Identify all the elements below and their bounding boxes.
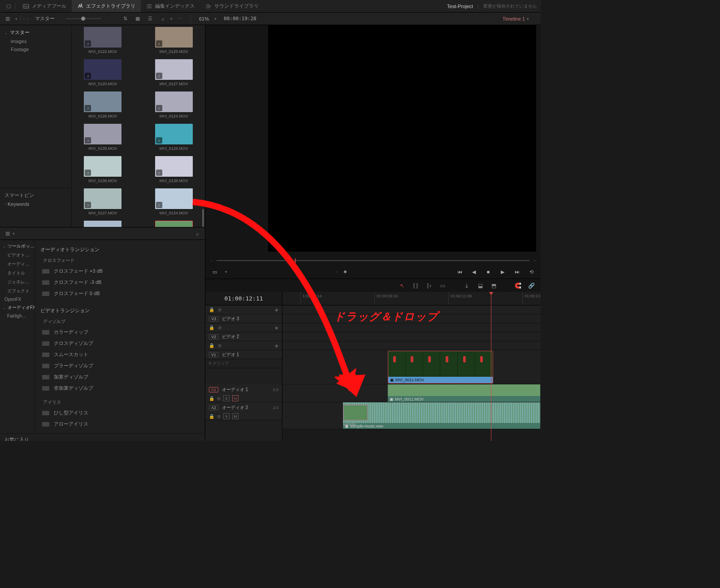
bin-images[interactable]: images: [0, 37, 71, 45]
fx-search-input[interactable]: [17, 230, 190, 237]
trim-tool-icon[interactable]: ⟦⟧: [412, 282, 420, 290]
smartbin-keywords[interactable]: › Keywords: [0, 200, 71, 208]
media-clip[interactable]: ♪MVI_0127.MOV: [147, 59, 201, 86]
fx-tree-item[interactable]: OpenFX: [0, 296, 35, 303]
media-clip[interactable]: ♪MVI_0126.MOV: [76, 91, 130, 118]
disable-icon[interactable]: ⊘: [218, 307, 221, 312]
panel-layout-icon[interactable]: ▥: [3, 14, 13, 24]
fx-tree-item[interactable]: ジェネレ…: [0, 278, 35, 287]
scrub-head[interactable]: [295, 258, 296, 263]
disable-icon[interactable]: ⊘: [218, 343, 221, 348]
tab-edit-index[interactable]: 編集インデックス: [141, 0, 200, 12]
insert-icon[interactable]: ⤓: [463, 282, 471, 290]
bin-root[interactable]: ⌄ マスター: [0, 28, 71, 37]
solo-button[interactable]: S: [223, 413, 230, 419]
bin-footage[interactable]: Footage: [0, 45, 71, 53]
media-clip[interactable]: ♪MVI_0120.MOV: [76, 59, 130, 86]
audio-clip-dropped[interactable]: ▣sample-music.wav: [343, 402, 540, 429]
link-icon[interactable]: 🔗: [527, 282, 535, 290]
timeline-ruler[interactable]: 1:00:07:1401:00:09:1001:00:11:0601:00:13: [282, 292, 541, 305]
fx-item[interactable]: カラーディップ: [40, 327, 200, 338]
tab-effects-library[interactable]: エフェクトライブラリ: [72, 0, 141, 12]
grid-view-icon[interactable]: ▦: [133, 14, 143, 24]
panel-layout-icon[interactable]: ▥: [3, 229, 13, 239]
thumb-size-slider[interactable]: [65, 18, 101, 19]
fx-item[interactable]: クロスフェード 0 dB: [40, 288, 200, 299]
selection-tool-icon[interactable]: ↖: [398, 282, 406, 290]
mute-button[interactable]: M: [232, 413, 239, 419]
fx-tree-item[interactable]: エフェクト: [0, 287, 35, 296]
loop-icon[interactable]: ⟲: [527, 268, 535, 276]
media-clip[interactable]: ♪MVI_0122.MOV: [76, 27, 130, 54]
chevron-down-icon[interactable]: ▾: [15, 17, 17, 21]
audio-clip-linked[interactable]: ▣MVI_0011.MOV: [388, 384, 540, 402]
fx-item[interactable]: スムースカット: [40, 349, 200, 360]
play-icon[interactable]: ▶: [499, 268, 507, 276]
lock-icon[interactable]: 🔒: [209, 307, 214, 312]
next-mark-icon[interactable]: ›: [534, 258, 535, 263]
zoom-value[interactable]: 61%: [199, 16, 209, 22]
breadcrumb[interactable]: マスター: [31, 15, 58, 22]
snap-icon[interactable]: 🧲: [514, 282, 522, 290]
lane-a2[interactable]: ▣sample-music.wav sample…: [282, 402, 541, 429]
fx-tree-item[interactable]: タイトル: [0, 269, 35, 278]
disable-icon[interactable]: ⊘: [217, 396, 221, 401]
search-icon[interactable]: ⌕: [158, 14, 168, 24]
more-icon[interactable]: ⋯: [175, 14, 185, 24]
fx-item[interactable]: ひし型アイリス: [40, 407, 200, 418]
marker-icon[interactable]: ◈: [275, 307, 278, 312]
media-clip[interactable]: ♪MVI_0134.MOV: [147, 188, 201, 215]
media-clip[interactable]: ♪MVI_0137.MOV: [76, 188, 130, 215]
fx-tree-audiofx[interactable]: ⌄オーディオFX: [0, 303, 35, 312]
play-reverse-icon[interactable]: ◀: [470, 268, 478, 276]
timeline-canvas[interactable]: 1:00:07:1401:00:09:1001:00:11:0601:00:13…: [282, 292, 541, 441]
lane-v1[interactable]: ▣MVI_0011.MOV: [282, 350, 541, 384]
track-head-a1[interactable]: A1 オーディオ 1 2.0 🔒 ⊘ S M: [205, 384, 282, 402]
lock-icon[interactable]: 🔒: [209, 343, 214, 348]
fx-item[interactable]: クロスフェード -3 dB: [40, 277, 200, 288]
fx-item[interactable]: クロスフェード +3 dB: [40, 266, 200, 277]
prev-mark-icon[interactable]: ‹: [211, 258, 212, 263]
fx-tree-toolbox[interactable]: ⌄ツールボッ…: [0, 242, 35, 251]
media-clip[interactable]: ♪MVI_0138.MOV: [147, 156, 201, 183]
blade-tool-icon[interactable]: ▭: [438, 282, 447, 290]
track-head-v3[interactable]: V3 ビデオ 3: [205, 314, 282, 323]
tab-sound-library[interactable]: サウンドライブラリ: [200, 0, 264, 12]
last-frame-icon[interactable]: ⏭: [513, 268, 521, 276]
track-head-a2[interactable]: A2 オーディオ 2 2.0 🔒 ⊘ S M: [205, 402, 282, 420]
viewer[interactable]: [268, 25, 536, 252]
fx-tree-item[interactable]: オーディ…: [0, 260, 35, 269]
media-clip[interactable]: ♪sample-music.wav: [147, 221, 201, 227]
lane-v2[interactable]: [282, 332, 541, 341]
mute-button[interactable]: M: [232, 395, 239, 401]
lane-a1[interactable]: ▣MVI_0011.MOV: [282, 384, 541, 402]
media-clip[interactable]: ♪MVI_0139.MOV: [76, 221, 130, 227]
fx-item[interactable]: 加算ディゾルブ: [40, 371, 200, 383]
replace-icon[interactable]: ⬒: [490, 282, 498, 290]
lock-icon[interactable]: 🔒: [209, 325, 214, 330]
workspace-switch-icon[interactable]: ▢: [4, 1, 13, 11]
media-clip[interactable]: ♪MVI_0135.MOV: [76, 124, 130, 151]
stop-icon[interactable]: ■: [484, 268, 492, 276]
nav-back-icon[interactable]: ‹: [23, 17, 25, 21]
media-clip[interactable]: ♪MVI_0136.MOV: [76, 156, 130, 183]
marker-icon[interactable]: ◈: [275, 325, 278, 330]
media-clip[interactable]: ♪MVI_0128.MOV: [147, 124, 201, 151]
fx-item[interactable]: クロスディゾルブ: [40, 338, 200, 349]
scrollbar-thumb[interactable]: [202, 209, 204, 227]
media-clip[interactable]: ♪MVI_0124.MOV: [147, 91, 201, 118]
fx-tree-item[interactable]: Fairligh…: [0, 312, 35, 320]
lock-icon[interactable]: 🔒: [209, 396, 214, 401]
media-clip[interactable]: ♪MVI_0125.MOV: [147, 27, 201, 54]
overwrite-icon[interactable]: ⬓: [476, 282, 484, 290]
first-frame-icon[interactable]: ⏮: [455, 268, 464, 276]
dynamic-trim-icon[interactable]: ⟦›: [425, 282, 433, 290]
disable-icon[interactable]: ⊘: [218, 325, 221, 330]
lane-v2-ctrl[interactable]: [282, 323, 541, 332]
track-head-v1[interactable]: V1 ビデオ 1: [205, 350, 282, 359]
tab-media-pool[interactable]: メディアプール: [17, 0, 72, 12]
list-view-icon[interactable]: ☰: [145, 14, 155, 24]
track-head-v2[interactable]: V2 ビデオ 2: [205, 332, 282, 341]
favorites-bar[interactable]: お気に入り: [0, 433, 205, 441]
scrub-track[interactable]: [217, 260, 529, 261]
